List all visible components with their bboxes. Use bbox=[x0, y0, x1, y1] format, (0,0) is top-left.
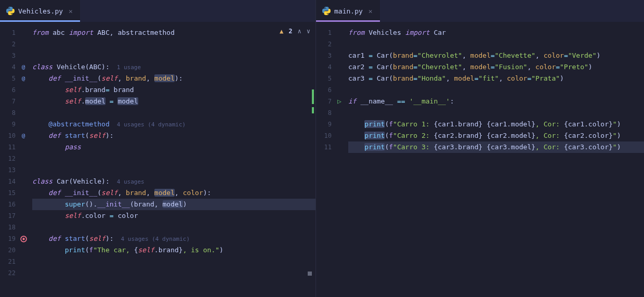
code-line[interactable]: pass bbox=[32, 141, 316, 153]
line-number: 19 bbox=[0, 233, 16, 244]
right-gutter[interactable]: 1 2 3 4 5 6 7▷ 8 9 10 11 bbox=[316, 22, 348, 297]
code-line[interactable]: class Vehicle(ABC):1 usage bbox=[32, 61, 316, 73]
usage-hint[interactable]: 4 usages (4 dynamic) bbox=[117, 121, 186, 128]
override-gutter-icon[interactable]: @ bbox=[22, 73, 25, 84]
right-editor[interactable]: 1 2 3 4 5 6 7▷ 8 9 10 11 from Vehicles i… bbox=[316, 22, 644, 297]
tab-label: main.py bbox=[334, 7, 363, 15]
right-editor-pane: main.py × 1 2 3 4 5 6 7▷ 8 9 10 11 from … bbox=[316, 0, 644, 297]
tab-label: Vehicles.py bbox=[18, 7, 63, 15]
line-number: 7 bbox=[316, 96, 332, 107]
line-number: 10 bbox=[0, 130, 16, 141]
inspection-count: 2 bbox=[288, 28, 292, 35]
line-number: 3 bbox=[0, 50, 16, 61]
python-file-icon bbox=[6, 7, 15, 15]
inspections-widget[interactable]: ▲ 2 ∧ ∨ bbox=[280, 28, 310, 35]
line-number: 2 bbox=[0, 38, 16, 50]
usages-gutter-icon[interactable]: @ bbox=[22, 61, 25, 73]
code-line[interactable]: @abstractmethod4 usages (4 dynamic) bbox=[32, 119, 316, 130]
usage-hint[interactable]: 4 usages bbox=[117, 178, 144, 185]
code-line[interactable]: self.model = model bbox=[32, 96, 316, 107]
code-line[interactable]: print(f"Carro 2: {car2.brand} {car2.mode… bbox=[348, 130, 644, 141]
line-number: 8 bbox=[0, 107, 16, 119]
line-number: 5 bbox=[316, 73, 332, 84]
code-line[interactable] bbox=[32, 164, 316, 176]
line-number: 9 bbox=[316, 119, 332, 130]
code-line[interactable]: print(f"Carro 3: {car3.brand} {car3.mode… bbox=[348, 141, 644, 153]
code-line[interactable]: self.color = color bbox=[32, 210, 316, 222]
left-tab-bar: Vehicles.py × bbox=[0, 0, 316, 22]
warning-icon: ▲ bbox=[280, 28, 283, 35]
line-number: 15 bbox=[0, 187, 16, 199]
line-number: 4 bbox=[316, 61, 332, 73]
line-number: 2 bbox=[316, 38, 332, 50]
left-editor[interactable]: ▲ 2 ∧ ∨ 1 2 3 4@ 5@ 6 7 8 9 10@ 11 12 13… bbox=[0, 22, 316, 297]
line-number: 21 bbox=[0, 256, 16, 267]
code-line[interactable] bbox=[348, 84, 644, 96]
line-number: 1 bbox=[316, 27, 332, 38]
override-gutter-icon[interactable]: @ bbox=[22, 130, 25, 141]
change-marker-icon[interactable] bbox=[312, 107, 314, 113]
code-line[interactable]: def start(self): bbox=[32, 130, 316, 141]
line-number: 9 bbox=[0, 119, 16, 130]
line-number: 17 bbox=[0, 210, 16, 222]
line-number: 16 bbox=[0, 199, 16, 210]
code-line[interactable]: super().__init__(brand, model) bbox=[32, 199, 316, 210]
code-line[interactable]: def __init__(self, brand, model, color): bbox=[32, 187, 316, 199]
close-icon[interactable]: × bbox=[69, 7, 73, 15]
line-number: 5 bbox=[0, 73, 16, 84]
code-line[interactable]: self.brand= brand bbox=[32, 84, 316, 96]
code-line[interactable]: from Vehicles import Car bbox=[348, 27, 644, 38]
prev-highlight-icon[interactable]: ∧ bbox=[298, 28, 301, 35]
code-line[interactable] bbox=[32, 222, 316, 233]
left-gutter[interactable]: 1 2 3 4@ 5@ 6 7 8 9 10@ 11 12 13 14 15 1… bbox=[0, 22, 32, 297]
line-number: 6 bbox=[316, 84, 332, 96]
code-line[interactable] bbox=[32, 38, 316, 50]
code-line[interactable]: print(f"The car, {self.brand}, is on.") bbox=[32, 244, 316, 256]
close-icon[interactable]: × bbox=[369, 7, 373, 15]
code-line[interactable] bbox=[32, 256, 316, 267]
line-number: 22 bbox=[0, 267, 16, 279]
code-line[interactable] bbox=[32, 50, 316, 61]
left-code-area[interactable]: from abc import ABC, abstractmethod clas… bbox=[32, 22, 316, 297]
tab-vehicles[interactable]: Vehicles.py × bbox=[0, 0, 80, 22]
code-line[interactable] bbox=[348, 107, 644, 119]
code-line[interactable]: car3 = Car(brand="Honda", model="fit", c… bbox=[348, 73, 644, 84]
line-number: 1 bbox=[0, 27, 16, 38]
line-number: 3 bbox=[316, 50, 332, 61]
line-number: 11 bbox=[316, 141, 332, 153]
change-marker-icon[interactable] bbox=[312, 89, 314, 104]
code-line[interactable] bbox=[32, 267, 316, 279]
next-highlight-icon[interactable]: ∨ bbox=[307, 28, 310, 35]
line-number: 13 bbox=[0, 164, 16, 176]
usage-hint[interactable]: 1 usage bbox=[117, 64, 141, 71]
svg-point-1 bbox=[22, 238, 24, 240]
code-line[interactable] bbox=[32, 107, 316, 119]
code-line[interactable]: print(f"Carro 1: {car1.brand} {car1.mode… bbox=[348, 119, 644, 130]
line-number: 11 bbox=[0, 141, 16, 153]
line-number: 14 bbox=[0, 176, 16, 187]
usage-hint[interactable]: 4 usages (4 dynamic) bbox=[121, 236, 190, 242]
code-line[interactable]: car1 = Car(brand="Chevrolet", model="Che… bbox=[348, 50, 644, 61]
line-number: 6 bbox=[0, 84, 16, 96]
run-target-gutter-icon[interactable] bbox=[20, 236, 27, 242]
code-line[interactable]: car2 = Car(brand="Chevrolet", model="Fus… bbox=[348, 61, 644, 73]
right-code-area[interactable]: from Vehicles import Car car1 = Car(bran… bbox=[348, 22, 644, 297]
code-line[interactable]: class Car(Vehicle):4 usages bbox=[32, 176, 316, 187]
python-file-icon bbox=[322, 7, 331, 15]
code-line[interactable] bbox=[348, 38, 644, 50]
caret-marker-icon bbox=[308, 272, 312, 276]
run-gutter-icon[interactable]: ▷ bbox=[332, 96, 347, 107]
code-line[interactable] bbox=[32, 153, 316, 164]
line-number: 4 bbox=[0, 61, 16, 73]
right-tab-bar: main.py × bbox=[316, 0, 644, 22]
tab-main[interactable]: main.py × bbox=[316, 0, 380, 22]
line-number: 10 bbox=[316, 130, 332, 141]
code-line[interactable]: def start(self):4 usages (4 dynamic) bbox=[32, 233, 316, 244]
line-number: 7 bbox=[0, 96, 16, 107]
code-line[interactable]: from abc import ABC, abstractmethod bbox=[32, 27, 316, 38]
left-editor-pane: Vehicles.py × ▲ 2 ∧ ∨ 1 2 3 4@ 5@ 6 7 8 … bbox=[0, 0, 316, 297]
line-number: 8 bbox=[316, 107, 332, 119]
line-number: 20 bbox=[0, 244, 16, 256]
code-line[interactable]: if __name__ == '__main__': bbox=[348, 96, 644, 107]
code-line[interactable]: def __init__(self, brand, model): bbox=[32, 73, 316, 84]
